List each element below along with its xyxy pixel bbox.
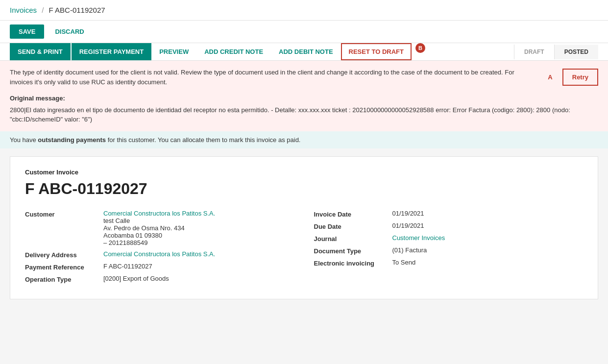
electronic-invoicing-value: To Send <box>392 259 416 266</box>
document-type-field-row: Document Type (01) Factura <box>314 246 584 255</box>
alert-info: You have outstanding payments for this c… <box>0 131 608 148</box>
invoice-fields: Customer Comercial Constructora los Pati… <box>25 210 583 287</box>
payment-reference-field-row: Payment Reference F ABC-01192027 <box>25 263 294 271</box>
alert-info-text-before: You have <box>10 136 38 144</box>
electronic-invoicing-field-row: Electronic invoicing To Send <box>314 259 584 267</box>
payment-reference-value: F ABC-01192027 <box>103 263 152 270</box>
document-type-label: Document Type <box>314 246 392 255</box>
original-message-label: Original message: <box>10 94 598 103</box>
due-date-field-row: Due Date 01/19/2021 <box>314 222 584 230</box>
add-debit-note-button[interactable]: ADD DEBIT NOTE <box>271 43 341 60</box>
invoice-number: F ABC-01192027 <box>25 180 583 198</box>
customer-field-row: Customer Comercial Constructora los Pati… <box>25 210 294 246</box>
preview-button[interactable]: PREVIEW <box>151 43 196 60</box>
status-badge-container: DRAFT POSTED <box>514 43 598 60</box>
alert-error: The type of identity document used for t… <box>0 61 608 94</box>
invoice-fields-right: Invoice Date 01/19/2021 Due Date 01/19/2… <box>314 210 584 287</box>
journal-field-row: Journal Customer Invoices <box>314 234 584 243</box>
customer-address2: Av. Pedro de Osma Nro. 434 <box>103 224 215 232</box>
breadcrumb-separator: / <box>42 6 44 14</box>
invoice-date-field-row: Invoice Date 01/19/2021 <box>314 210 584 218</box>
save-button[interactable]: SAVE <box>10 24 44 39</box>
alert-error-label-a: A <box>548 73 552 81</box>
journal-value[interactable]: Customer Invoices <box>392 234 445 242</box>
due-date-value: 01/19/2021 <box>392 222 424 229</box>
invoice-fields-left: Customer Comercial Constructora los Pati… <box>25 210 294 287</box>
send-print-button[interactable]: SEND & PRINT <box>10 43 71 60</box>
journal-label: Journal <box>314 234 392 243</box>
retry-button[interactable]: Retry <box>562 69 598 86</box>
customer-value[interactable]: Comercial Constructora los Patitos S.A. … <box>103 210 215 246</box>
alert-info-text-bold: outstanding payments <box>38 136 106 144</box>
alert-info-text-after: for this customer. You can allocate them… <box>106 136 300 144</box>
status-posted: POSTED <box>554 45 598 59</box>
payment-reference-label: Payment Reference <box>25 263 103 271</box>
due-date-label: Due Date <box>314 222 392 230</box>
add-credit-note-button[interactable]: ADD CREDIT NOTE <box>196 43 271 60</box>
operation-type-value: [0200] Export of Goods <box>103 275 169 282</box>
invoice-date-value: 01/19/2021 <box>392 210 424 217</box>
discard-button[interactable]: DISCARD <box>49 24 90 39</box>
customer-name: Comercial Constructora los Patitos S.A. <box>103 210 215 217</box>
breadcrumb-bar: Invoices / F ABC-01192027 <box>0 0 608 21</box>
register-payment-button[interactable]: REGISTER PAYMENT <box>72 43 151 60</box>
save-bar: SAVE DISCARD <box>0 21 608 43</box>
customer-address3: Acobamba 01 09380 <box>103 232 215 239</box>
invoice-card: Customer Invoice F ABC-01192027 Customer… <box>10 156 598 299</box>
original-message-block: Original message: 2800|El dato ingresado… <box>0 94 608 131</box>
delivery-address-field-row: Delivery Address Comercial Constructora … <box>25 250 294 259</box>
alert-error-text: The type of identity document used for t… <box>10 68 538 87</box>
operation-type-label: Operation Type <box>25 275 103 283</box>
reset-to-draft-button[interactable]: RESET TO DRAFT <box>341 43 412 60</box>
original-message-text: 2800|El dato ingresado en el tipo de doc… <box>10 105 598 124</box>
invoice-type: Customer Invoice <box>25 169 583 176</box>
delivery-address-value[interactable]: Comercial Constructora los Patitos S.A. <box>103 250 215 258</box>
document-type-value: (01) Factura <box>392 246 427 254</box>
breadcrumb-current: F ABC-01192027 <box>49 6 105 14</box>
action-bar: SEND & PRINT REGISTER PAYMENT PREVIEW AD… <box>0 43 608 61</box>
badge-b: B <box>415 43 425 53</box>
delivery-address-label: Delivery Address <box>25 250 103 259</box>
breadcrumb-invoices-link[interactable]: Invoices <box>10 6 37 14</box>
invoice-date-label: Invoice Date <box>314 210 392 218</box>
customer-address1: test Calle <box>103 217 215 224</box>
operation-type-field-row: Operation Type [0200] Export of Goods <box>25 275 294 283</box>
customer-label: Customer <box>25 210 103 218</box>
customer-ruc: – 20121888549 <box>103 239 215 246</box>
status-draft: DRAFT <box>514 45 554 59</box>
electronic-invoicing-label: Electronic invoicing <box>314 259 392 267</box>
